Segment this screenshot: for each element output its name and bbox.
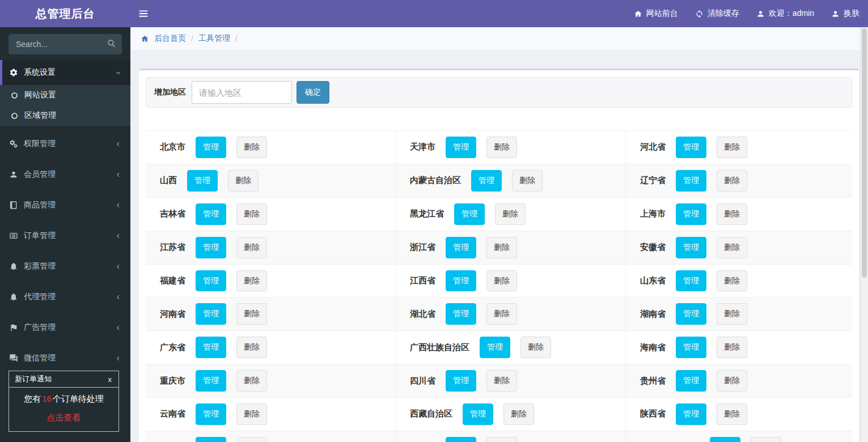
notification-title: 新订单通知 xyxy=(15,374,52,384)
table-row: 山西管理删除内蒙古自治区管理删除辽宁省管理删除 xyxy=(146,164,852,198)
sidebar-item-label: 广告管理 xyxy=(24,322,56,333)
sidebar-item-7[interactable]: 广告管理 xyxy=(0,315,130,340)
delete-button[interactable]: 删除 xyxy=(717,337,747,358)
order-icon: 1 xyxy=(9,231,18,240)
delete-button[interactable]: 删除 xyxy=(717,203,747,225)
delete-button[interactable]: 删除 xyxy=(717,303,747,325)
delete-button[interactable]: 删除 xyxy=(717,370,747,392)
delete-button[interactable]: 删除 xyxy=(236,337,267,358)
submenu-item[interactable]: 网站设置 xyxy=(0,85,130,105)
manage-button[interactable]: 管理 xyxy=(196,270,226,292)
region-name: 海南省 xyxy=(640,342,666,353)
manage-button[interactable]: 管理 xyxy=(480,337,510,358)
sidebar-item-2[interactable]: 会员管理 xyxy=(0,162,130,187)
manage-button[interactable]: 管理 xyxy=(196,137,226,158)
delete-button[interactable]: 删除 xyxy=(751,437,781,442)
manage-button[interactable]: 管理 xyxy=(676,403,706,425)
delete-button[interactable]: 删除 xyxy=(236,303,267,325)
manage-button[interactable]: 管理 xyxy=(196,370,226,392)
delete-button[interactable]: 删除 xyxy=(236,237,267,258)
delete-button[interactable]: 删除 xyxy=(717,403,747,425)
sidebar-toggle-button[interactable] xyxy=(130,0,156,27)
delete-button[interactable]: 删除 xyxy=(717,237,747,258)
delete-button[interactable]: 删除 xyxy=(520,337,551,358)
delete-button[interactable]: 删除 xyxy=(236,270,267,292)
manage-button[interactable]: 管理 xyxy=(196,337,226,358)
manage-button[interactable]: 管理 xyxy=(676,270,706,292)
manage-button[interactable]: 管理 xyxy=(676,137,706,158)
bell-icon xyxy=(9,292,18,301)
navbar-item-2[interactable]: 欢迎：admin xyxy=(748,0,823,27)
region-cell: 湖南省管理删除 xyxy=(625,298,852,330)
page-scrollbar[interactable] xyxy=(860,27,868,442)
manage-button[interactable]: 管理 xyxy=(463,403,493,425)
manage-button[interactable]: 管理 xyxy=(196,303,226,325)
hamburger-icon xyxy=(138,8,149,19)
sidebar-item-4[interactable]: 1订单管理 xyxy=(0,223,130,248)
manage-button[interactable]: 管理 xyxy=(196,237,226,258)
manage-button[interactable]: 管理 xyxy=(676,303,706,325)
manage-button[interactable]: 管理 xyxy=(187,170,218,192)
delete-button[interactable]: 删除 xyxy=(236,370,267,392)
delete-button[interactable]: 删除 xyxy=(717,137,747,158)
delete-button[interactable]: 删除 xyxy=(486,137,517,158)
manage-button[interactable]: 管理 xyxy=(446,303,476,325)
navbar-item-3[interactable]: 换肤 xyxy=(823,0,868,27)
search-input[interactable] xyxy=(9,34,122,54)
notification-view-link[interactable]: 点击查看 xyxy=(12,413,115,423)
wechat-icon xyxy=(9,354,18,363)
navbar-item-0[interactable]: 网站前台 xyxy=(625,0,687,27)
manage-button[interactable]: 管理 xyxy=(446,137,476,158)
delete-button[interactable]: 删除 xyxy=(486,270,517,292)
manage-button[interactable]: 管理 xyxy=(676,237,706,258)
submenu-item[interactable]: 区域管理 xyxy=(0,105,130,126)
manage-button[interactable]: 管理 xyxy=(446,437,476,442)
sidebar-item-6[interactable]: 代理管理 xyxy=(0,284,130,309)
manage-button[interactable]: 管理 xyxy=(676,370,706,392)
sidebar-item-5[interactable]: 彩票管理 xyxy=(0,254,130,279)
sidebar-item-3[interactable]: 商品管理 xyxy=(0,193,130,218)
delete-button[interactable]: 删除 xyxy=(236,437,267,442)
delete-button[interactable]: 删除 xyxy=(486,303,517,325)
delete-button[interactable]: 删除 xyxy=(512,170,543,192)
sidebar-item-8[interactable]: 微信管理 xyxy=(0,346,130,371)
delete-button[interactable]: 删除 xyxy=(486,237,517,258)
breadcrumb-link-home[interactable]: 后台首页 xyxy=(154,33,186,44)
region-cell: 广西壮族自治区管理删除 xyxy=(395,331,625,364)
manage-button[interactable]: 管理 xyxy=(676,203,706,225)
scrollbar-thumb[interactable] xyxy=(862,28,867,278)
delete-button[interactable]: 删除 xyxy=(236,403,267,425)
search-icon[interactable] xyxy=(107,39,116,48)
delete-button[interactable]: 删除 xyxy=(503,403,534,425)
delete-button[interactable]: 删除 xyxy=(495,203,526,225)
confirm-button[interactable]: 确定 xyxy=(297,81,329,104)
manage-button[interactable]: 管理 xyxy=(196,437,226,442)
notification-close-button[interactable]: x xyxy=(107,375,113,384)
manage-button[interactable]: 管理 xyxy=(710,437,740,442)
delete-button[interactable]: 删除 xyxy=(236,203,267,225)
sidebar-item-1[interactable]: 权限管理 xyxy=(0,131,130,156)
manage-button[interactable]: 管理 xyxy=(471,170,502,192)
delete-button[interactable]: 删除 xyxy=(486,437,517,442)
manage-button[interactable]: 管理 xyxy=(196,403,226,425)
delete-button[interactable]: 删除 xyxy=(486,370,517,392)
region-name: 江西省 xyxy=(410,275,435,286)
manage-button[interactable]: 管理 xyxy=(446,270,476,292)
manage-button[interactable]: 管理 xyxy=(454,203,485,225)
region-name: 广西壮族自治区 xyxy=(410,342,469,353)
manage-button[interactable]: 管理 xyxy=(446,370,476,392)
region-cell: 甘肃省管理删除 xyxy=(146,431,395,442)
manage-button[interactable]: 管理 xyxy=(446,237,476,258)
sidebar-item-0[interactable]: 系统设置 xyxy=(0,60,130,85)
delete-button[interactable]: 删除 xyxy=(228,170,259,192)
manage-button[interactable]: 管理 xyxy=(196,203,226,225)
breadcrumb-link-tools[interactable]: 工具管理 xyxy=(198,33,230,44)
region-input[interactable] xyxy=(192,81,292,104)
delete-button[interactable]: 删除 xyxy=(236,137,267,158)
manage-button[interactable]: 管理 xyxy=(676,170,706,192)
delete-button[interactable]: 删除 xyxy=(717,270,747,292)
manage-button[interactable]: 管理 xyxy=(676,337,706,358)
delete-button[interactable]: 删除 xyxy=(717,170,747,192)
navbar-item-label: 欢迎：admin xyxy=(769,8,814,19)
navbar-item-1[interactable]: 清除缓存 xyxy=(687,0,748,27)
